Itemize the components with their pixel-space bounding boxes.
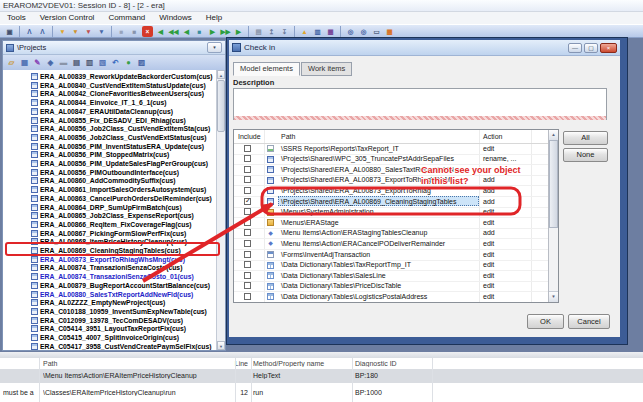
scroll-down-icon[interactable]: ▼ <box>217 341 225 350</box>
filter-blue-icon[interactable]: ▼ <box>96 26 107 37</box>
help-book-icon[interactable]: ▦ <box>325 26 336 37</box>
find-icon[interactable]: ◎ <box>358 26 369 37</box>
none-button[interactable]: None <box>563 148 608 162</box>
panel-window-button[interactable]: ▾ <box>207 42 222 53</box>
grid-icon[interactable]: ▦ <box>20 58 30 68</box>
tree-item[interactable]: ERA_AL00856_Job2Class_CustVendExtStatus(… <box>3 133 207 142</box>
tree-item[interactable]: ERA_C05414_3951_LayoutTaxReportFix(cus) <box>3 324 186 333</box>
tree-item[interactable]: ERA_AL00874_TransazioniSenzaCosto_01(cus… <box>3 272 194 281</box>
export-icon[interactable]: ▨ <box>137 58 147 68</box>
layers-icon[interactable]: ▧ <box>98 58 108 68</box>
tree-item[interactable]: ERA_AL00856_PIM_InventStatusERA_Update(c… <box>3 142 204 151</box>
menu-item-version-control[interactable]: Version Control <box>33 12 102 24</box>
include-checkbox[interactable] <box>244 272 251 279</box>
include-checkbox[interactable] <box>244 155 251 162</box>
tree-item[interactable]: ERA_AL00856_PIM_StoppedMatrix(cus) <box>3 150 169 159</box>
compare-icon[interactable]: Λ <box>24 26 35 37</box>
dialog-titlebar[interactable]: Check in —▢× <box>229 40 620 56</box>
tree-item[interactable]: ERA_AL00861_ImportSalesOrdersAutosystem(… <box>3 185 206 194</box>
settings-icon[interactable]: ▦ <box>384 26 395 37</box>
compare-next-icon[interactable]: Λ <box>37 26 48 37</box>
copy-icon[interactable]: ▤ <box>72 58 82 68</box>
step-over-icon[interactable]: ▶▶ <box>220 26 231 37</box>
projects-panel-titlebar[interactable]: \Projects ▾ <box>3 41 225 55</box>
tree-item[interactable]: ERA_AL00863_CancelPurchOrdersDelReminder… <box>3 194 212 203</box>
tree-item[interactable]: ERA_AL00860_AddCommoditySuffix(cus) <box>3 176 176 185</box>
tree-item[interactable]: ERA_AL00840_CustVendExtItemStatusUpdate(… <box>3 81 206 90</box>
tree-item[interactable]: ERA_C012099_13978_TecComDESADV(cus) <box>3 316 183 325</box>
menu-item-help[interactable]: Help <box>199 12 229 24</box>
undo-icon[interactable]: ↶ <box>111 58 121 68</box>
filter-icon[interactable]: ◈ <box>46 58 56 68</box>
tree-item[interactable]: ERA_AL00873_ExportToRhiagWhsMngt(cus) <box>3 255 185 264</box>
menu-item-command[interactable]: Command <box>101 12 152 24</box>
tree-item[interactable]: ERA_AL00867_PickingFormSlowPerfFix(cus) <box>3 229 186 238</box>
include-checkbox[interactable] <box>244 166 251 173</box>
menu-item-tools[interactable]: Tools <box>0 12 33 24</box>
info-icon[interactable]: ▥ <box>312 26 323 37</box>
tree-item[interactable]: ERA_AL0ZZZZ_EmptyNewProject(cus) <box>3 298 165 307</box>
stop-icon[interactable]: ■ <box>194 26 205 37</box>
remove-icon[interactable]: ▬ <box>59 58 69 68</box>
output-row[interactable]: must be a\Classes\ERAItemPriceHistoryCle… <box>0 386 643 402</box>
tree-item[interactable]: ERA_AL00856_Job2Class_CustVendExtItemSta… <box>3 124 210 133</box>
step-back-icon[interactable]: ◀◀ <box>168 26 179 37</box>
tree-item[interactable]: ERA_C010188_10959_InventSumExpNewTable(c… <box>3 307 207 316</box>
edit-icon[interactable]: ✎ <box>33 58 43 68</box>
tree-item[interactable]: ERA_C05417_3958_CustVendCreatePaymSelFix… <box>3 342 212 350</box>
scroll-up-icon[interactable]: ▲ <box>217 70 225 79</box>
run-to-start-icon[interactable]: ◀ <box>155 26 166 37</box>
tab-work-items[interactable]: Work items <box>301 62 352 76</box>
menu-item-windows[interactable]: Windows <box>152 12 198 24</box>
alert-icon[interactable]: ▲ <box>299 26 310 37</box>
include-checkbox[interactable] <box>244 251 251 258</box>
tree-item[interactable]: ERA_AL00855_Fix_DESADV_EDI_Rhiag(cus) <box>3 116 186 125</box>
back-icon[interactable]: ◀ <box>181 26 192 37</box>
preview-icon[interactable]: ◎ <box>345 26 356 37</box>
tree-item[interactable]: ERA_C05415_4007_SplitInvoiceOrigin(cus) <box>3 333 179 342</box>
output-column-path[interactable]: Path <box>43 360 233 367</box>
paste-icon[interactable]: ▥ <box>85 58 95 68</box>
tree-item[interactable]: ERA_AL00880_SalesTxtReportAddNewFld(cus) <box>3 290 193 299</box>
tree-item[interactable]: ERA_AL00856_PIM_UpdateSalesFlagPerGroup(… <box>3 159 208 168</box>
breakpoint-icon[interactable]: ■ <box>116 26 127 37</box>
include-column-header[interactable]: Include <box>238 133 261 140</box>
window-titlebar[interactable]: ERAROM2VDEV01: Session ID - 8] - [2 - er… <box>0 0 643 12</box>
include-checkbox[interactable] <box>244 261 251 268</box>
import-icon[interactable]: ↥ <box>266 26 277 37</box>
include-checkbox[interactable] <box>244 198 251 205</box>
tree-item[interactable]: ERA_AL00866_ReqItem_FixCoverageFlag(cus) <box>3 220 191 229</box>
tree-item[interactable]: ERA_AL00856_PIMOutboundInterface(cus) <box>3 168 179 177</box>
projects-scrollbar[interactable]: ▲ ▼ <box>216 70 225 350</box>
filter-yellow-icon[interactable]: ▼ <box>57 26 68 37</box>
ok-button[interactable]: OK <box>527 314 564 329</box>
maximize-button[interactable]: ▢ <box>584 43 598 53</box>
export-icon[interactable]: ↧ <box>279 26 290 37</box>
include-checkbox[interactable] <box>244 282 251 289</box>
tree-item[interactable]: ERA_AL00842_CloneFavoritiesBetweenUsers(… <box>3 89 204 98</box>
tree-item[interactable]: ERA_AL00847_ERAUtilDataCleanup(cus) <box>3 107 173 116</box>
tree-item[interactable]: ERA_AL00844_Einvoice_IT_1_6_1(cus) <box>3 98 167 107</box>
breakpoint-all-icon[interactable]: ■ <box>129 26 140 37</box>
editor-window-icon[interactable]: ▣ <box>4 26 15 37</box>
tree-item[interactable]: ERA_AL00864_DRP_SumUpFirmBatch(cus) <box>3 203 182 212</box>
action-column-header[interactable]: Action <box>483 133 502 140</box>
include-checkbox[interactable] <box>244 145 251 152</box>
tab-model-elements[interactable]: Model elements <box>233 62 300 76</box>
output-row[interactable]: \Menu Items\Action\ERAItemPriceHistoryCl… <box>0 369 643 383</box>
scroll-thumb[interactable] <box>217 80 225 132</box>
synchronize-icon[interactable]: ● <box>124 58 134 68</box>
tree-item[interactable]: ERA_AL00874_TransazioniSenzaCosto(cus) <box>3 263 182 272</box>
table-scrollbar[interactable]: ▲ ▼ <box>548 130 558 302</box>
filter-red-icon[interactable]: ▼ <box>83 26 94 37</box>
path-column-header[interactable]: Path <box>281 133 295 140</box>
tree-item-highlighted[interactable]: ERA_AL00869_CleaningStagingTables(cus) <box>3 246 181 255</box>
include-checkbox[interactable] <box>244 219 251 226</box>
output-column-diagnostic-id[interactable]: Diagnostic ID <box>355 360 430 367</box>
all-button[interactable]: All <box>563 131 608 145</box>
minimize-button[interactable]: — <box>568 43 582 53</box>
document-icon[interactable]: ▤ <box>253 26 264 37</box>
remove-breakpoints-icon[interactable]: × <box>142 26 153 37</box>
include-checkbox[interactable] <box>244 229 251 236</box>
include-checkbox[interactable] <box>244 176 251 183</box>
